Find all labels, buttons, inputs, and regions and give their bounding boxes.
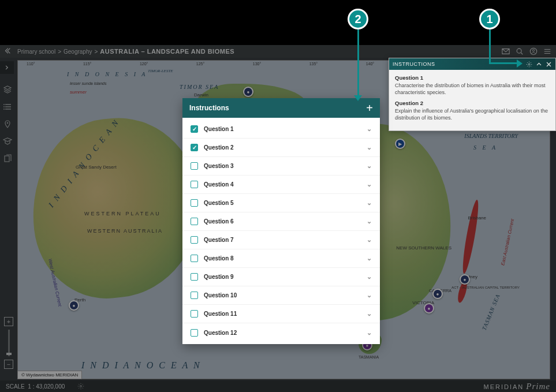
- question-checkbox[interactable]: [191, 236, 198, 244]
- great-sandy-desert-label: Great Sandy Desert: [76, 165, 117, 170]
- chevron-down-icon[interactable]: ⌄: [367, 236, 372, 244]
- zoom-slider-thumb[interactable]: [6, 353, 12, 355]
- biome-red-east: [460, 199, 481, 274]
- copyright-note: © Wydawnictwo MERIDIAN: [17, 371, 82, 379]
- brisbane-label: Brisbane: [468, 215, 486, 221]
- sea-label: S E A: [473, 144, 498, 151]
- svg-point-5: [3, 109, 5, 110]
- chevron-down-icon[interactable]: ⌄: [367, 181, 372, 188]
- mail-icon[interactable]: [502, 47, 510, 55]
- callout-1-line-h: [489, 62, 518, 64]
- panel-q1-title: Question 1: [395, 74, 550, 81]
- indonesia-label: I N D O N E S I A: [67, 71, 147, 77]
- list-icon[interactable]: [2, 102, 13, 112]
- instructions-panel: INSTRUCTIONS Question 1 Characterise the…: [389, 58, 556, 131]
- question-label: Question 3: [204, 163, 234, 169]
- question-checkbox[interactable]: [191, 199, 198, 207]
- chevron-down-icon[interactable]: ⌄: [367, 162, 372, 170]
- zoom-in-button[interactable]: +: [4, 317, 13, 326]
- chevron-down-icon[interactable]: ⌄: [367, 144, 372, 151]
- chevron-down-icon[interactable]: ⌄: [367, 199, 372, 207]
- question-row[interactable]: ✓Question 1⌄: [182, 120, 380, 139]
- question-row[interactable]: Question 6⌄: [182, 212, 380, 231]
- close-icon[interactable]: [546, 61, 552, 68]
- instructions-dialog-title: Instructions: [189, 104, 229, 112]
- city-marker-canberra[interactable]: ●: [432, 289, 443, 299]
- chevron-down-icon[interactable]: ⌄: [367, 310, 372, 318]
- chevron-down-icon[interactable]: ⌄: [367, 292, 372, 299]
- gear-icon[interactable]: [526, 61, 532, 68]
- question-label: Question 4: [204, 181, 234, 188]
- instructions-dialog-header[interactable]: Instructions +: [182, 98, 380, 118]
- chevron-down-icon[interactable]: ⌄: [367, 218, 372, 225]
- breadcrumb-geography[interactable]: Geography: [64, 48, 92, 55]
- callout-1-arrow: [517, 59, 523, 68]
- black-top-band: [0, 0, 556, 45]
- page-title: AUSTRALIA – LANDSCAPE AND BIOMES: [100, 48, 234, 55]
- question-checkbox[interactable]: [191, 162, 198, 170]
- question-label: Question 9: [204, 274, 234, 280]
- menu-icon[interactable]: [543, 47, 551, 55]
- copy-icon[interactable]: [2, 154, 13, 164]
- question-checkbox[interactable]: [191, 292, 198, 299]
- question-checkbox[interactable]: [191, 329, 198, 337]
- svg-rect-7: [5, 156, 9, 162]
- instructions-dialog: Instructions + ✓Question 1⌄✓Question 2⌄Q…: [182, 98, 380, 344]
- question-checkbox[interactable]: [191, 218, 198, 225]
- chevron-down-icon[interactable]: ⌄: [367, 273, 372, 281]
- layers-icon[interactable]: [2, 84, 13, 95]
- question-row[interactable]: Question 9⌄: [182, 268, 380, 286]
- left-toolbar: [2, 84, 15, 164]
- city-marker-melbourne[interactable]: ●: [424, 303, 434, 313]
- instructions-dialog-body: ✓Question 1⌄✓Question 2⌄Question 3⌄Quest…: [182, 118, 380, 344]
- collapse-left-icon[interactable]: [3, 47, 12, 55]
- zoom-out-button[interactable]: −: [4, 360, 13, 369]
- svg-point-0: [517, 48, 521, 53]
- question-checkbox[interactable]: ✓: [191, 125, 198, 133]
- chevron-down-icon[interactable]: ⌄: [367, 329, 372, 337]
- question-row[interactable]: Question 5⌄: [182, 194, 380, 212]
- play-marker[interactable]: ▶: [395, 139, 405, 149]
- question-row[interactable]: Question 4⌄: [182, 176, 380, 194]
- education-icon[interactable]: [2, 136, 13, 147]
- summer-label: summer: [70, 89, 87, 95]
- panel-q1-text: Characterise the distribution of biomes …: [395, 83, 550, 96]
- city-marker-darwin[interactable]: ●: [243, 87, 253, 97]
- western-australia-label: WESTERN AUSTRALIA: [87, 228, 163, 234]
- city-marker-sydney[interactable]: ●: [460, 274, 470, 285]
- question-checkbox[interactable]: [191, 273, 198, 281]
- question-row[interactable]: Question 11⌄: [182, 305, 380, 323]
- question-row[interactable]: Question 7⌄: [182, 231, 380, 249]
- chevron-down-icon[interactable]: ⌄: [367, 125, 372, 133]
- panel-q2-title: Question 2: [395, 100, 550, 107]
- bottom-gear-icon[interactable]: [77, 383, 84, 390]
- question-label: Question 8: [204, 255, 234, 262]
- collapse-up-icon[interactable]: [536, 61, 542, 68]
- instructions-panel-header: INSTRUCTIONS: [389, 58, 555, 70]
- question-checkbox[interactable]: [191, 310, 198, 318]
- question-checkbox[interactable]: ✓: [191, 144, 198, 151]
- expand-panel-button[interactable]: [0, 61, 14, 74]
- question-checkbox[interactable]: [191, 255, 198, 262]
- profile-icon[interactable]: [529, 47, 538, 55]
- question-row[interactable]: Question 3⌄: [182, 157, 380, 176]
- chevron-down-icon[interactable]: ⌄: [367, 255, 372, 262]
- zoom-control: + −: [3, 317, 14, 369]
- western-plateau-label: WESTERN PLATEAU: [84, 211, 161, 216]
- app-container: Primary school > Geography > AUSTRALIA –…: [0, 45, 556, 392]
- header-actions: [502, 47, 551, 55]
- question-row[interactable]: ✓Question 2⌄: [182, 139, 380, 157]
- timor-leste-label: TIMOR-LESTE: [148, 69, 173, 73]
- zoom-slider-track[interactable]: [8, 330, 10, 356]
- breadcrumb-primary[interactable]: Primary school: [17, 48, 55, 55]
- islands-territory-label: ISLANDS TERRITORY: [464, 133, 518, 139]
- question-checkbox[interactable]: [191, 181, 198, 188]
- question-row[interactable]: Question 10⌄: [182, 286, 380, 305]
- question-row[interactable]: Question 12⌄: [182, 323, 380, 342]
- search-icon[interactable]: [516, 47, 524, 55]
- add-instruction-icon[interactable]: +: [366, 102, 373, 114]
- city-marker-perth[interactable]: ●: [69, 300, 79, 311]
- pin-icon[interactable]: [2, 119, 13, 129]
- question-row[interactable]: Question 8⌄: [182, 249, 380, 268]
- question-label: Question 6: [204, 218, 234, 225]
